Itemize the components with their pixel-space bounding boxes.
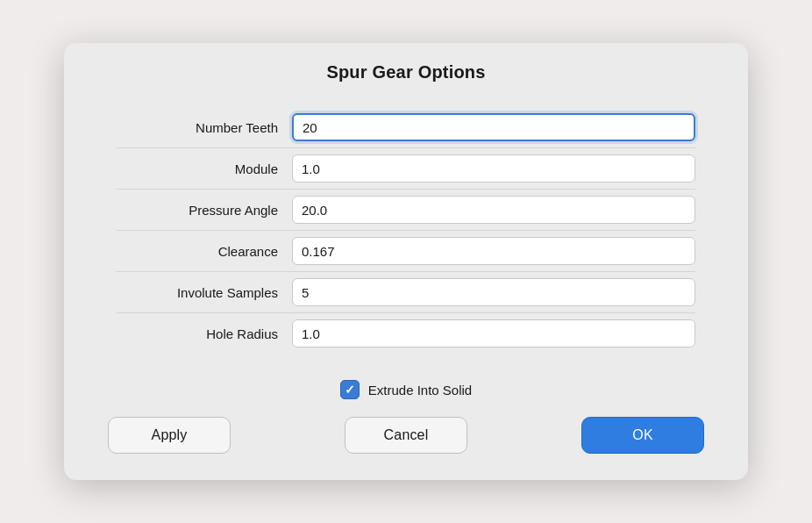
spur-gear-options-dialog: Spur Gear Options Number TeethModulePres… xyxy=(64,43,748,480)
label-number-teeth: Number Teeth xyxy=(117,120,292,135)
checkbox-label: Extrude Into Solid xyxy=(368,383,472,398)
apply-button[interactable]: Apply xyxy=(108,417,231,454)
input-module[interactable] xyxy=(292,154,695,183)
input-pressure-angle[interactable] xyxy=(292,196,695,224)
extrude-solid-checkbox[interactable]: ✓ xyxy=(340,380,360,399)
form-row-number-teeth: Number Teeth xyxy=(117,107,695,148)
extrude-solid-checkbox-wrapper[interactable]: ✓ Extrude Into Solid xyxy=(340,380,472,399)
label-hole-radius: Hole Radius xyxy=(117,326,292,341)
form-row-module: Module xyxy=(117,148,695,190)
form-row-hole-radius: Hole Radius xyxy=(117,313,695,354)
ok-button[interactable]: OK xyxy=(581,417,704,454)
form-row-pressure-angle: Pressure Angle xyxy=(117,190,695,231)
input-hole-radius[interactable] xyxy=(292,319,695,347)
checkbox-row: ✓ Extrude Into Solid xyxy=(64,362,748,408)
form-row-involute-samples: Involute Samples xyxy=(117,272,695,313)
label-pressure-angle: Pressure Angle xyxy=(117,203,292,218)
input-number-teeth[interactable] xyxy=(292,113,695,141)
dialog-body: Number TeethModulePressure AngleClearanc… xyxy=(64,91,748,362)
label-clearance: Clearance xyxy=(117,244,292,259)
input-involute-samples[interactable] xyxy=(292,278,695,306)
dialog-title: Spur Gear Options xyxy=(326,62,485,82)
checkbox-checkmark: ✓ xyxy=(345,383,355,396)
label-module: Module xyxy=(117,161,292,176)
label-involute-samples: Involute Samples xyxy=(117,285,292,300)
dialog-footer: Apply Cancel OK xyxy=(64,408,748,454)
dialog-title-bar: Spur Gear Options xyxy=(64,43,748,91)
form-row-clearance: Clearance xyxy=(117,231,695,272)
cancel-button[interactable]: Cancel xyxy=(345,417,467,454)
input-clearance[interactable] xyxy=(292,237,695,265)
